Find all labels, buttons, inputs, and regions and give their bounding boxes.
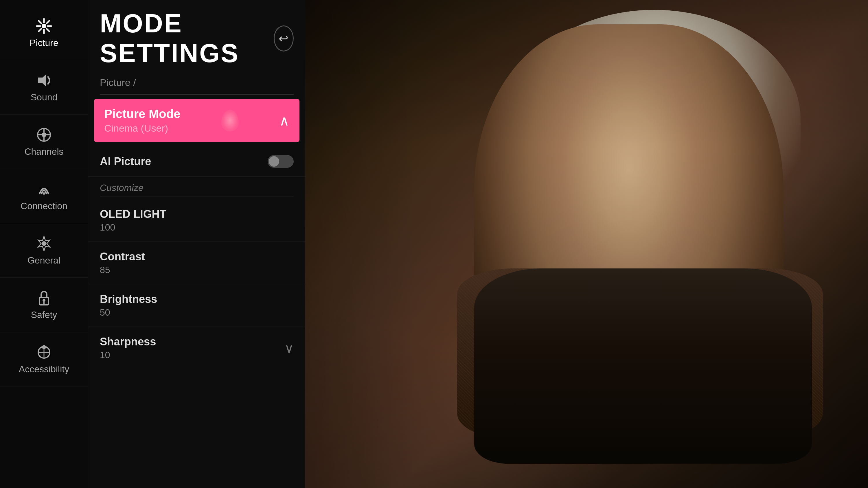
cursor-indicator [221, 110, 239, 131]
back-button[interactable]: ↩ [274, 26, 294, 52]
sidebar-item-connection[interactable]: Connection [0, 169, 88, 223]
back-icon: ↩ [279, 32, 288, 45]
sound-icon [35, 72, 53, 89]
customize-section: Customize [88, 177, 305, 199]
picture-mode-label: Picture Mode [104, 107, 181, 121]
ai-picture-toggle[interactable] [268, 155, 294, 168]
brightness-row[interactable]: Brightness 50 [88, 284, 305, 327]
brightness-value: 50 [100, 307, 157, 318]
sidebar-item-picture[interactable]: Picture [0, 6, 88, 60]
picture-icon [35, 18, 53, 35]
contrast-info: Contrast 85 [100, 251, 145, 275]
brightness-info: Brightness 50 [100, 293, 157, 318]
svg-line-5 [39, 21, 41, 24]
picture-mode-value: Cinema (User) [104, 123, 181, 134]
svg-point-16 [43, 192, 45, 195]
sidebar-item-accessibility[interactable]: Accessibility [0, 332, 88, 387]
sidebar-item-picture-label: Picture [30, 38, 58, 48]
sharpness-row[interactable]: Sharpness 10 ∨ [88, 327, 305, 369]
svg-marker-9 [38, 74, 46, 87]
scene-overlay [305, 0, 868, 488]
oled-light-row[interactable]: OLED LIGHT 100 [88, 199, 305, 242]
sharpness-label: Sharpness [100, 335, 156, 348]
svg-point-17 [42, 241, 46, 246]
sidebar: Picture Sound Channels [0, 0, 88, 488]
ai-picture-label: AI Picture [100, 155, 151, 168]
channels-icon [35, 126, 53, 143]
page-title: MODE SETTINGS [100, 9, 274, 68]
svg-point-11 [42, 132, 46, 137]
sidebar-item-accessibility-label: Accessibility [19, 364, 69, 375]
sidebar-item-channels-label: Channels [24, 147, 63, 157]
sidebar-item-general-label: General [28, 255, 60, 266]
oled-light-info: OLED LIGHT 100 [100, 208, 166, 233]
sidebar-item-safety-label: Safety [31, 310, 57, 320]
sharpness-value: 10 [100, 350, 156, 360]
customize-label: Customize [100, 183, 144, 193]
picture-mode-text: Picture Mode Cinema (User) [104, 107, 181, 134]
contrast-value: 85 [100, 265, 145, 275]
safety-icon [35, 289, 53, 306]
svg-line-7 [46, 21, 49, 24]
sidebar-item-general[interactable]: General [0, 223, 88, 278]
settings-list: Picture Mode Cinema (User) ∧ AI Picture … [88, 95, 305, 488]
svg-line-8 [39, 29, 41, 31]
ai-picture-row[interactable]: AI Picture [88, 147, 305, 177]
tv-content-area [305, 0, 868, 488]
ai-picture-info: AI Picture [100, 155, 151, 168]
toggle-knob [269, 156, 279, 167]
sidebar-item-sound[interactable]: Sound [0, 60, 88, 115]
oled-light-value: 100 [100, 222, 166, 233]
accessibility-icon [35, 344, 53, 361]
sharpness-info: Sharpness 10 [100, 335, 156, 360]
contrast-label: Contrast [100, 251, 145, 263]
sharpness-chevron-icon: ∨ [284, 341, 294, 356]
brightness-label: Brightness [100, 293, 157, 305]
sidebar-item-channels[interactable]: Channels [0, 115, 88, 169]
tv-background [305, 0, 868, 488]
sidebar-item-safety[interactable]: Safety [0, 278, 88, 332]
settings-panel: MODE SETTINGS ↩ Picture / Picture Mode C… [88, 0, 305, 488]
customize-divider [100, 196, 294, 196]
general-icon [35, 235, 53, 252]
connection-icon [35, 181, 53, 198]
sidebar-item-connection-label: Connection [21, 201, 67, 212]
svg-line-6 [46, 29, 49, 31]
oled-light-label: OLED LIGHT [100, 208, 166, 220]
svg-point-0 [42, 24, 46, 28]
picture-mode-chevron-icon: ∧ [279, 112, 289, 129]
contrast-row[interactable]: Contrast 85 [88, 242, 305, 284]
header: MODE SETTINGS ↩ [88, 0, 305, 74]
picture-mode-item[interactable]: Picture Mode Cinema (User) ∧ [94, 99, 300, 142]
sidebar-item-sound-label: Sound [31, 92, 58, 103]
breadcrumb: Picture / [88, 74, 305, 94]
